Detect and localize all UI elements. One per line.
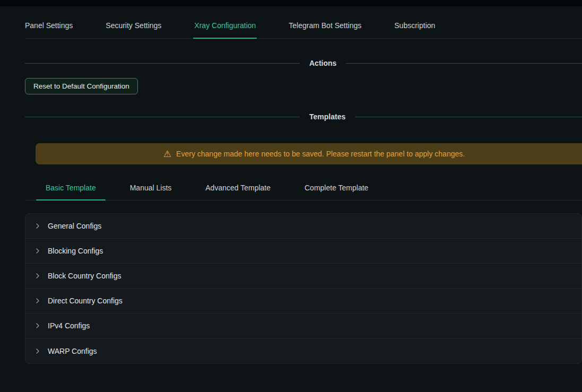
actions-divider-label: Actions — [300, 59, 346, 67]
accordion-label: WARP Configs — [48, 347, 97, 355]
tab-basic-template[interactable]: Basic Template — [37, 184, 105, 200]
accordion-label: Blocking Configs — [48, 247, 103, 255]
restart-warning-banner: ⚠ Every change made here needs to be sav… — [36, 143, 582, 164]
chevron-right-icon — [34, 348, 41, 354]
tab-manual-lists[interactable]: Manual Lists — [121, 184, 180, 200]
accordion-item-general-configs[interactable]: General Configs — [25, 214, 581, 239]
top-header-strip — [0, 0, 582, 6]
divider-line — [25, 117, 300, 117]
tab-subscription[interactable]: Subscription — [394, 21, 435, 38]
tab-label: Security Settings — [106, 21, 161, 30]
tab-label: Subscription — [394, 21, 435, 30]
accordion-item-warp-configs[interactable]: WARP Configs — [25, 338, 581, 363]
accordion-item-ipv4-configs[interactable]: IPv4 Configs — [25, 313, 581, 338]
divider-line — [346, 63, 582, 64]
accordion-label: General Configs — [48, 222, 101, 230]
warning-triangle-icon: ⚠ — [163, 150, 171, 159]
tab-label: Advanced Template — [205, 184, 271, 192]
template-tabbar: Basic Template Manual Lists Advanced Tem… — [25, 184, 582, 201]
tab-complete-template[interactable]: Complete Template — [296, 184, 377, 200]
chevron-right-icon — [34, 248, 41, 254]
tab-label: Manual Lists — [130, 184, 172, 192]
accordion-label: Block Country Configs — [48, 272, 121, 280]
tab-security-settings[interactable]: Security Settings — [106, 21, 161, 38]
chevron-right-icon — [34, 323, 41, 329]
tab-label: Xray Configuration — [194, 21, 256, 30]
accordion-item-direct-country-configs[interactable]: Direct Country Configs — [25, 289, 581, 313]
accordion-label: Direct Country Configs — [48, 297, 123, 305]
tab-xray-configuration[interactable]: Xray Configuration — [194, 21, 256, 38]
settings-tabbar: Panel Settings Security Settings Xray Co… — [25, 6, 582, 39]
divider-line — [355, 117, 582, 117]
templates-divider: Templates — [25, 112, 582, 121]
tab-label: Complete Template — [305, 184, 368, 192]
tab-telegram-bot-settings[interactable]: Telegram Bot Settings — [289, 21, 361, 38]
templates-divider-label: Templates — [300, 112, 355, 121]
config-accordion: General Configs Blocking Configs Block C… — [25, 213, 582, 364]
reset-default-configuration-button[interactable]: Reset to Default Configuration — [25, 78, 138, 94]
tab-label: Panel Settings — [25, 21, 73, 30]
accordion-label: IPv4 Configs — [48, 321, 90, 330]
divider-line — [25, 63, 300, 64]
actions-divider: Actions — [25, 59, 582, 67]
chevron-right-icon — [34, 298, 41, 304]
accordion-item-block-country-configs[interactable]: Block Country Configs — [25, 264, 581, 289]
active-tab-indicator — [193, 38, 257, 39]
chevron-right-icon — [34, 223, 41, 229]
chevron-right-icon — [34, 273, 41, 279]
tab-label: Telegram Bot Settings — [289, 21, 361, 30]
active-tab-indicator — [36, 199, 106, 201]
tab-panel-settings[interactable]: Panel Settings — [25, 21, 73, 38]
warning-message: Every change made here needs to be saved… — [176, 150, 465, 158]
tab-advanced-template[interactable]: Advanced Template — [197, 184, 279, 200]
tab-label: Basic Template — [46, 184, 96, 192]
accordion-item-blocking-configs[interactable]: Blocking Configs — [25, 239, 581, 264]
